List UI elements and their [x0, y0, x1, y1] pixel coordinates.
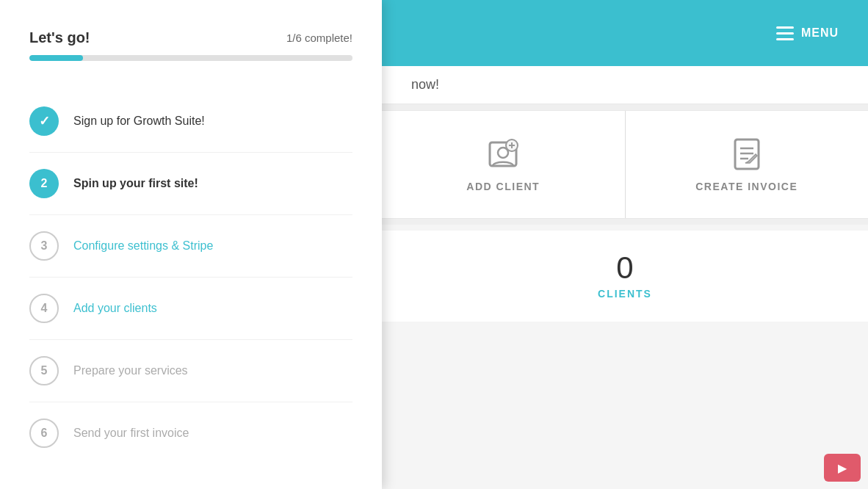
step-4-label: Add your clients — [73, 302, 157, 315]
create-invoice-button[interactable]: CREATE INVOICE — [626, 111, 869, 218]
clients-label: CLIENTS — [598, 288, 652, 300]
create-invoice-label: CREATE INVOICE — [695, 181, 798, 192]
menu-label: MENU — [801, 26, 839, 40]
checkmark-icon: ✓ — [39, 113, 50, 129]
clients-count: 0 — [598, 253, 652, 283]
step-6-circle: 6 — [29, 419, 59, 448]
add-client-button[interactable]: ADD CLIENT — [382, 111, 626, 218]
step-1-circle: ✓ — [29, 106, 59, 136]
step-3-label: Configure settings & Stripe — [73, 239, 213, 253]
play-icon: ▶ — [838, 461, 847, 475]
step-2-label: Spin up your first site! — [73, 177, 198, 190]
step-5-label: Prepare your services — [73, 364, 188, 377]
partial-text: now! — [411, 77, 439, 93]
partial-text-bar: now! — [382, 66, 868, 104]
step-6-label: Send your first invoice — [73, 427, 189, 440]
progress-section: Let's go! 1/6 complete! — [0, 15, 382, 83]
step-2[interactable]: 2 Spin up your first site! — [29, 153, 352, 215]
step-5: 5 Prepare your services — [29, 340, 352, 402]
spacer-2 — [382, 219, 868, 225]
step-1-label: Sign up for Growth Suite! — [73, 115, 205, 128]
main-content: now! ADD CLIENT C — [382, 66, 868, 489]
steps-list: ✓ Sign up for Growth Suite! 2 Spin up yo… — [0, 83, 382, 471]
add-client-icon — [485, 137, 521, 172]
onboarding-panel: Let's go! 1/6 complete! ✓ Sign up for Gr… — [0, 0, 382, 489]
complete-text: 1/6 complete! — [286, 32, 352, 44]
video-widget[interactable]: ▶ — [824, 454, 861, 482]
menu-button[interactable]: MENU — [776, 26, 839, 40]
step-2-number: 2 — [41, 177, 48, 190]
progress-bar-fill — [29, 55, 83, 61]
step-1: ✓ Sign up for Growth Suite! — [29, 90, 352, 153]
progress-bar-background — [29, 55, 352, 61]
step-2-circle: 2 — [29, 169, 59, 198]
progress-header: Let's go! 1/6 complete! — [29, 29, 352, 46]
create-invoice-icon — [729, 137, 764, 172]
spacer-1 — [382, 104, 868, 110]
stats-section: 0 CLIENTS — [382, 231, 868, 322]
step-5-number: 5 — [41, 364, 48, 377]
lets-go-label: Let's go! — [29, 29, 90, 46]
step-3-number: 3 — [41, 239, 48, 253]
add-client-label: ADD CLIENT — [466, 181, 540, 192]
step-4-circle: 4 — [29, 294, 59, 323]
hamburger-icon — [776, 26, 794, 40]
action-buttons-row: ADD CLIENT CREATE INVOICE — [382, 110, 868, 219]
step-3-circle: 3 — [29, 231, 59, 261]
clients-stat: 0 CLIENTS — [598, 253, 652, 300]
step-6: 6 Send your first invoice — [29, 402, 352, 464]
step-4-number: 4 — [41, 302, 48, 315]
step-6-number: 6 — [41, 427, 48, 440]
step-4[interactable]: 4 Add your clients — [29, 278, 352, 340]
step-3[interactable]: 3 Configure settings & Stripe — [29, 215, 352, 278]
step-5-circle: 5 — [29, 356, 59, 385]
